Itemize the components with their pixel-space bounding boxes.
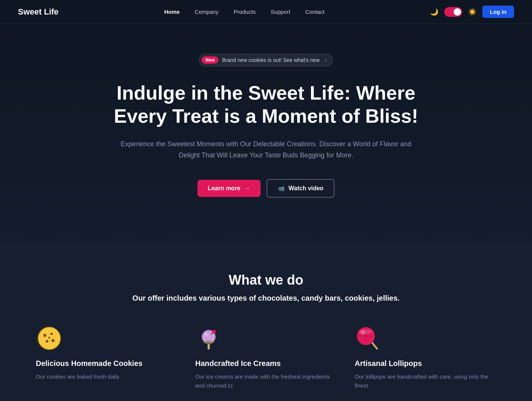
hero-section: New Brand new cookies is out! See what's… — [0, 24, 532, 242]
toggle-knob — [454, 8, 461, 16]
navbar: Sweet Life Home Company Products Support… — [0, 0, 532, 24]
watch-video-button[interactable]: 📹 Watch video — [267, 179, 335, 198]
svg-point-5 — [49, 336, 50, 338]
feature-icecream-desc: Our ice creams are made with the freshes… — [195, 372, 337, 390]
feature-cookies-title: Delicious Homemade Cookies — [36, 359, 177, 368]
features-grid: Delicious Homemade Cookies Our cookies a… — [36, 325, 496, 390]
nav-right: 🌙 ☀️ Log in — [430, 6, 514, 18]
learn-more-label: Learn more — [208, 185, 240, 192]
site-logo[interactable]: Sweet Life — [18, 7, 59, 17]
theme-toggle[interactable] — [444, 7, 462, 17]
feature-lollipop: Artisanal Lollipops Our lollipops are ha… — [355, 325, 496, 390]
announcement-banner[interactable]: New Brand new cookies is out! See what's… — [199, 54, 333, 66]
svg-rect-13 — [206, 343, 211, 344]
hero-subtitle: Experience the Sweetest Moments with Our… — [121, 138, 412, 161]
section-heading: What we do — [36, 272, 496, 288]
svg-point-4 — [52, 339, 55, 342]
nav-item-products[interactable]: Products — [234, 9, 256, 15]
sun-icon[interactable]: ☀️ — [468, 8, 476, 16]
arrow-right-icon: → — [244, 185, 250, 192]
feature-icecream-title: Handcrafted Ice Creams — [195, 359, 337, 368]
feature-cookies-desc: Our cookies are baked fresh daily — [36, 372, 177, 381]
video-camera-icon: 📹 — [278, 185, 285, 192]
nav-item-contact[interactable]: Contact — [305, 9, 324, 15]
announcement-text: Brand new cookies is out! See what's new — [222, 57, 320, 63]
nav-item-company[interactable]: Company — [195, 9, 218, 15]
svg-point-1 — [43, 334, 46, 337]
watch-video-label: Watch video — [289, 185, 324, 192]
svg-rect-12 — [206, 341, 212, 343]
chevron-right-icon: › — [325, 57, 327, 63]
svg-point-11 — [212, 330, 216, 333]
icecream-icon — [195, 325, 222, 352]
feature-icecream: Handcrafted Ice Creams Our ice creams ar… — [195, 325, 337, 390]
lollipop-icon — [355, 325, 382, 352]
login-button[interactable]: Log in — [482, 6, 514, 18]
learn-more-button[interactable]: Learn more → — [197, 180, 261, 197]
feature-lollipop-desc: Our lollipops are handcrafted with care,… — [355, 372, 496, 390]
svg-point-18 — [360, 330, 365, 335]
svg-point-2 — [50, 333, 53, 335]
svg-point-9 — [205, 333, 208, 336]
cookie-icon — [36, 325, 63, 352]
moon-icon[interactable]: 🌙 — [430, 8, 438, 16]
new-badge: New — [202, 56, 218, 64]
svg-point-3 — [46, 340, 49, 342]
hero-buttons: Learn more → 📹 Watch video — [197, 179, 335, 198]
hero-title: Indulge in the Sweet Life: Where Every T… — [98, 81, 434, 128]
nav-item-home[interactable]: Home — [164, 9, 180, 15]
feature-cookies: Delicious Homemade Cookies Our cookies a… — [36, 325, 177, 390]
section-subheading: Our offer includes various types of choc… — [36, 294, 496, 303]
nav-links: Home Company Products Support Contact — [164, 9, 324, 15]
nav-item-support[interactable]: Support — [271, 9, 290, 15]
feature-lollipop-title: Artisanal Lollipops — [355, 359, 496, 368]
what-we-do-section: What we do Our offer includes various ty… — [0, 242, 532, 401]
